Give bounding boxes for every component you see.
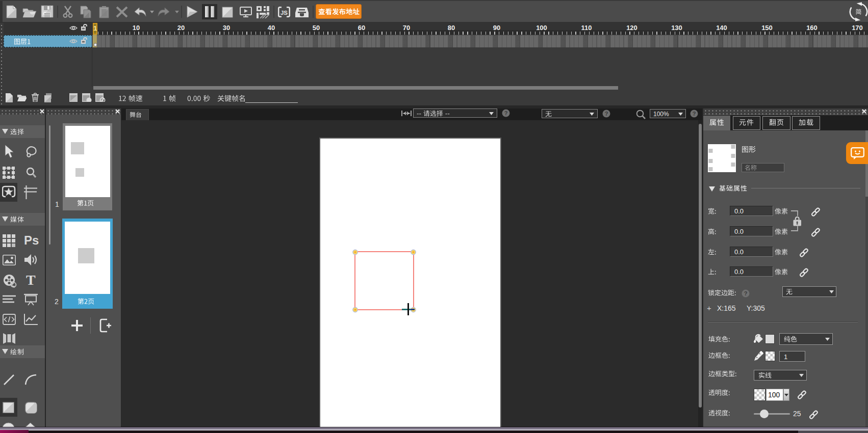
svg-text:?: ? [504, 110, 508, 116]
svg-text:JS: JS [280, 10, 288, 16]
svg-text:?: ? [693, 111, 696, 117]
svg-text:?: ? [605, 111, 608, 117]
svg-text:?: ? [744, 290, 748, 296]
